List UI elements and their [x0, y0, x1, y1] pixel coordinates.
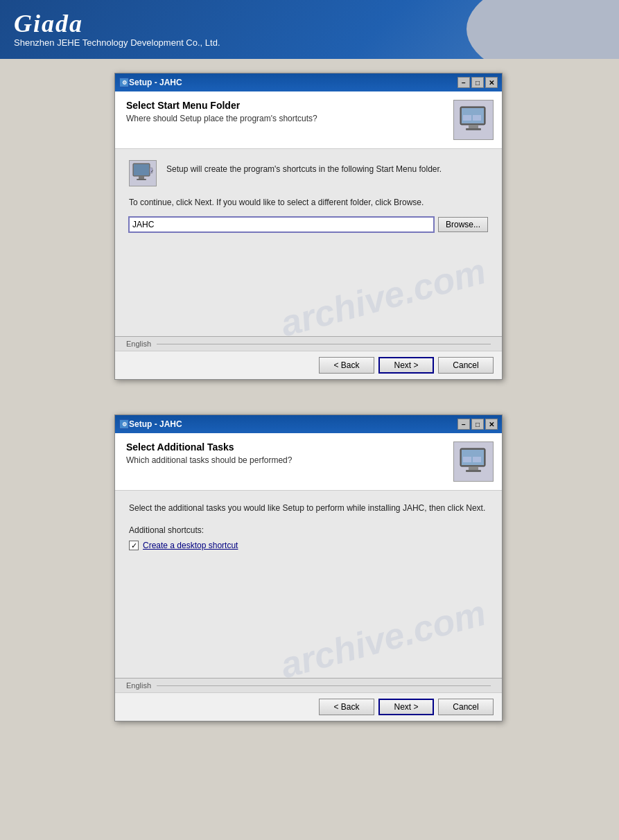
- title-bar-controls-2: − □ ✕: [457, 419, 498, 430]
- svg-rect-8: [139, 176, 144, 179]
- page-background: ⚙ Setup - JAHC − □ ✕ Select Start Menu F…: [0, 59, 619, 770]
- close-button-2[interactable]: ✕: [485, 419, 498, 430]
- dialog-start-menu-folder: ⚙ Setup - JAHC − □ ✕ Select Start Menu F…: [114, 73, 503, 380]
- header-banner: Giada Shenzhen JEHE Technology Developme…: [0, 0, 619, 59]
- language-text-1: English: [126, 340, 151, 348]
- language-text-2: English: [126, 681, 151, 690]
- language-bar-1: English: [115, 336, 502, 351]
- dialog-header-1: Select Start Menu Folder Where should Se…: [115, 91, 502, 149]
- watermark-1: archive.com: [277, 253, 489, 336]
- continue-text-1: To continue, click Next. If you would li…: [129, 196, 488, 209]
- cancel-label-1: Cancel: [453, 360, 478, 370]
- dialog-additional-tasks: ⚙ Setup - JAHC − □ ✕ Select Additional T…: [114, 414, 503, 721]
- checkbox-row: ✓ Create a desktop shortcut: [129, 541, 488, 550]
- cancel-button-1[interactable]: Cancel: [438, 357, 494, 374]
- logo-subtitle: Shenzhen JEHE Technology Development Co.…: [14, 37, 220, 48]
- header-curve-decoration: [467, 0, 619, 59]
- dialog-header-icon-2: [453, 441, 494, 482]
- cancel-label-2: Cancel: [453, 702, 478, 712]
- dialog-footer-1: < Back Next > Cancel: [115, 351, 502, 379]
- title-bar-text-2: Setup - JAHC: [129, 419, 457, 429]
- additional-shortcuts-label: Additional shortcuts:: [129, 525, 488, 535]
- svg-rect-16: [463, 457, 471, 462]
- company-logo: Giada Shenzhen JEHE Technology Developme…: [14, 11, 220, 48]
- computer-svg-1: [457, 104, 489, 136]
- title-bar-text-1: Setup - JAHC: [129, 78, 457, 87]
- next-button-2[interactable]: Next >: [378, 699, 434, 715]
- desktop-shortcut-checkbox[interactable]: ✓: [129, 541, 139, 550]
- setup-icon-1: ⚙: [119, 78, 129, 87]
- minimize-button-1[interactable]: −: [457, 77, 470, 88]
- back-button-1[interactable]: < Back: [319, 357, 374, 374]
- dialog-header-text-2: Select Additional Tasks Which additional…: [126, 441, 446, 465]
- setup-icon-2: ⚙: [119, 419, 129, 429]
- logo-text: Giada: [14, 11, 220, 36]
- svg-rect-7: [134, 164, 149, 175]
- dialog-subtitle-1: Where should Setup place the program's s…: [126, 114, 446, 123]
- dialog-title-2: Select Additional Tasks: [126, 441, 446, 453]
- svg-rect-15: [466, 470, 481, 472]
- svg-text:✓: ✓: [150, 169, 154, 173]
- dialog-body-1: ✓ Setup will create the program's shortc…: [115, 149, 502, 336]
- body-text-2: Select the additional tasks you would li…: [129, 502, 488, 514]
- svg-rect-3: [466, 128, 481, 130]
- title-bar-controls-1: − □ ✕: [457, 77, 498, 88]
- next-label-1: Next >: [394, 360, 418, 370]
- restore-button-1[interactable]: □: [471, 77, 484, 88]
- computer-svg-2: [457, 446, 489, 478]
- language-bar-2: English: [115, 678, 502, 692]
- dialog-header-icon-1: [453, 100, 494, 140]
- title-bar-2: ⚙ Setup - JAHC − □ ✕: [115, 415, 502, 433]
- title-bar-1: ⚙ Setup - JAHC − □ ✕: [115, 73, 502, 91]
- back-label-2: < Back: [333, 702, 359, 712]
- svg-rect-9: [137, 179, 146, 180]
- svg-rect-17: [473, 457, 481, 462]
- info-row-1: ✓ Setup will create the program's shortc…: [129, 160, 488, 186]
- folder-input[interactable]: [129, 217, 434, 232]
- svg-rect-5: [473, 115, 481, 121]
- folder-input-row: Browse...: [129, 217, 488, 232]
- dialog-footer-2: < Back Next > Cancel: [115, 692, 502, 721]
- dialog-header-2: Select Additional Tasks Which additional…: [115, 433, 502, 491]
- dialog-header-text-1: Select Start Menu Folder Where should Se…: [126, 100, 446, 123]
- svg-rect-14: [469, 466, 478, 470]
- info-text-1: Setup will create the program's shortcut…: [166, 160, 442, 175]
- dialog-subtitle-2: Which additional tasks should be perform…: [126, 455, 446, 465]
- minimize-button-2[interactable]: −: [457, 419, 470, 430]
- restore-button-2[interactable]: □: [471, 419, 484, 430]
- dialog-body-2: Select the additional tasks you would li…: [115, 491, 502, 678]
- back-button-2[interactable]: < Back: [319, 699, 374, 715]
- next-button-1[interactable]: Next >: [378, 357, 434, 374]
- checkbox-label-text: Create a desktop shortcut: [143, 541, 238, 550]
- dialog-title-1: Select Start Menu Folder: [126, 100, 446, 111]
- close-button-1[interactable]: ✕: [485, 77, 498, 88]
- watermark-2: archive.com: [277, 595, 489, 678]
- info-icon-1: ✓: [129, 160, 157, 186]
- setup-computer-icon: ✓: [132, 162, 154, 184]
- svg-rect-4: [463, 115, 471, 121]
- svg-rect-2: [469, 125, 478, 128]
- browse-button[interactable]: Browse...: [438, 217, 488, 232]
- back-label-1: < Back: [333, 360, 359, 370]
- next-label-2: Next >: [394, 702, 418, 712]
- cancel-button-2[interactable]: Cancel: [438, 699, 494, 715]
